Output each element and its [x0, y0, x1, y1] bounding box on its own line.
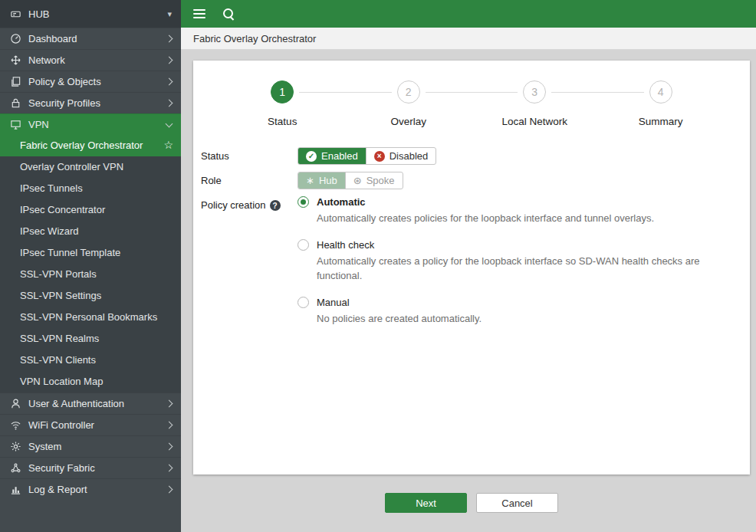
option-description: Automatically creates a policy for the l…: [317, 255, 742, 284]
role-field-label: Role: [201, 172, 297, 189]
dashboard-icon: [9, 33, 22, 44]
hub-role-icon: ∗: [306, 175, 314, 186]
sidebar-subitem-label: SSL-VPN Clients: [20, 354, 173, 366]
radio-manual[interactable]: Manual: [297, 297, 742, 308]
search-icon[interactable]: [222, 8, 235, 20]
sidebar-item-network[interactable]: Network: [0, 49, 181, 71]
spoke-role-icon: ⊛: [353, 175, 362, 186]
policy-creation-options: Automatic Automatically creates policies…: [297, 196, 742, 339]
sidebar-subitem-label: Fabric Overlay Orchestrator: [20, 140, 159, 152]
sidebar-subitem-label: IPsec Wizard: [20, 225, 173, 238]
sidebar-item-overlay-controller-vpn[interactable]: Overlay Controller VPN: [0, 156, 181, 178]
sidebar-item-vpn[interactable]: VPN: [0, 113, 181, 135]
hub-selector[interactable]: HUB ▾: [0, 0, 181, 28]
sidebar-item-vpn-location-map[interactable]: VPN Location Map: [0, 371, 181, 392]
disabled-label: Disabled: [390, 150, 429, 162]
app-window: HUB ▾ Dashboard Network Policy & Objects: [0, 0, 756, 532]
cancel-button[interactable]: Cancel: [476, 493, 558, 513]
wizard-card: 1 Status 2 Overlay 3 Local Network 4 Sum…: [193, 61, 750, 475]
sidebar-item-sslvpn-settings[interactable]: SSL-VPN Settings: [0, 285, 181, 307]
sidebar-item-security-profiles[interactable]: Security Profiles: [0, 92, 181, 113]
chevron-right-icon: [166, 422, 173, 429]
radio-unselected-icon: [297, 297, 309, 308]
hamburger-icon[interactable]: [193, 9, 205, 18]
topbar: [181, 0, 756, 28]
wizard-steps: 1 Status 2 Overlay 3 Local Network 4 Sum…: [193, 61, 750, 127]
option-label: Manual: [317, 297, 350, 308]
sidebar-item-fabric-overlay-orchestrator[interactable]: Fabric Overlay Orchestrator ☆: [0, 135, 181, 156]
sidebar-item-wifi-controller[interactable]: WiFi Controller: [0, 414, 181, 435]
log-report-icon: [9, 484, 22, 495]
hub-label: Hub: [319, 175, 337, 186]
policy-objects-icon: [9, 76, 22, 87]
option-label: Automatic: [317, 196, 366, 208]
sidebar-item-log-report[interactable]: Log & Report: [0, 478, 181, 500]
sidebar-item-label: User & Authentication: [28, 398, 160, 409]
sidebar-item-system[interactable]: System: [0, 435, 181, 457]
wizard-step-overlay: 2 Overlay: [346, 80, 472, 127]
sidebar-item-sslvpn-clients[interactable]: SSL-VPN Clients: [0, 350, 181, 371]
enabled-button[interactable]: ✓ Enabled: [298, 148, 366, 164]
radio-automatic[interactable]: Automatic: [297, 196, 742, 208]
spoke-label: Spoke: [366, 175, 395, 186]
policy-creation-field-label: Policy creation ?: [201, 196, 297, 339]
chevron-right-icon: [166, 35, 173, 43]
help-icon[interactable]: ?: [270, 200, 281, 211]
step-circle: 4: [649, 80, 672, 103]
step-label: Local Network: [501, 116, 567, 127]
hub-title: HUB: [28, 8, 161, 20]
chevron-right-icon: [166, 465, 173, 472]
sidebar-item-user-authentication[interactable]: User & Authentication: [0, 392, 181, 414]
sidebar-item-ipsec-concentrator[interactable]: IPsec Concentrator: [0, 199, 181, 221]
chevron-right-icon: [166, 78, 173, 86]
hub-button[interactable]: ∗ Hub: [298, 172, 345, 189]
status-form: Status ✓ Enabled × Disabled: [193, 147, 750, 339]
sidebar-item-security-fabric[interactable]: Security Fabric: [0, 457, 181, 478]
policy-creation-row: Policy creation ? Automatic Automaticall…: [201, 196, 742, 339]
status-field-label: Status: [201, 147, 297, 165]
role-toggle: ∗ Hub ⊛ Spoke: [297, 172, 403, 189]
sidebar-item-ipsec-wizard[interactable]: IPsec Wizard: [0, 221, 181, 242]
chevron-down-icon: [166, 120, 173, 128]
option-description: No policies are created automatically.: [317, 312, 742, 327]
caret-down-icon: ▾: [167, 9, 172, 19]
sidebar-item-label: WiFi Controller: [28, 419, 160, 431]
enabled-label: Enabled: [321, 150, 358, 162]
chevron-right-icon: [166, 100, 173, 107]
x-circle-icon: ×: [374, 151, 385, 162]
sidebar-item-ipsec-tunnels[interactable]: IPsec Tunnels: [0, 178, 181, 199]
breadcrumb: Fabric Overlay Orchestrator: [181, 28, 756, 50]
radio-health-check[interactable]: Health check: [297, 239, 742, 251]
sidebar-item-policy-objects[interactable]: Policy & Objects: [0, 71, 181, 92]
step-label: Summary: [639, 116, 683, 127]
spoke-button[interactable]: ⊛ Spoke: [345, 172, 403, 189]
next-button[interactable]: Next: [385, 493, 467, 513]
policy-option-health-check: Health check Automatically creates a pol…: [297, 239, 742, 284]
status-row: Status ✓ Enabled × Disabled: [201, 147, 742, 165]
sidebar-item-sslvpn-personal-bookmarks[interactable]: SSL-VPN Personal Bookmarks: [0, 307, 181, 328]
policy-option-automatic: Automatic Automatically creates policies…: [297, 196, 742, 226]
sidebar-subitem-label: SSL-VPN Realms: [20, 333, 173, 345]
star-icon[interactable]: ☆: [163, 139, 173, 153]
sidebar-item-label: Network: [28, 54, 160, 66]
option-description: Automatically creates policies for the l…: [317, 212, 742, 226]
option-label: Health check: [317, 239, 374, 251]
security-fabric-icon: [9, 462, 22, 474]
step-circle: 2: [397, 80, 420, 103]
sidebar-subitem-label: IPsec Tunnel Template: [20, 247, 173, 259]
sidebar-item-ipsec-tunnel-template[interactable]: IPsec Tunnel Template: [0, 242, 181, 264]
status-label-text: Status: [201, 150, 229, 162]
disabled-button[interactable]: × Disabled: [366, 148, 436, 164]
sidebar-subitem-label: VPN Location Map: [20, 376, 173, 388]
user-icon: [9, 398, 22, 409]
sidebar-subitem-label: SSL-VPN Settings: [20, 290, 173, 302]
sidebar-item-sslvpn-realms[interactable]: SSL-VPN Realms: [0, 328, 181, 350]
sidebar-subitem-label: IPsec Tunnels: [20, 182, 173, 195]
sidebar-item-sslvpn-portals[interactable]: SSL-VPN Portals: [0, 264, 181, 285]
wizard-footer: Next Cancel: [193, 493, 750, 513]
sidebar-item-dashboard[interactable]: Dashboard: [0, 28, 181, 49]
chevron-right-icon: [166, 443, 173, 451]
sidebar-subitem-label: SSL-VPN Portals: [20, 268, 173, 281]
security-profiles-icon: [9, 97, 22, 109]
sidebar: HUB ▾ Dashboard Network Policy & Objects: [0, 0, 181, 532]
